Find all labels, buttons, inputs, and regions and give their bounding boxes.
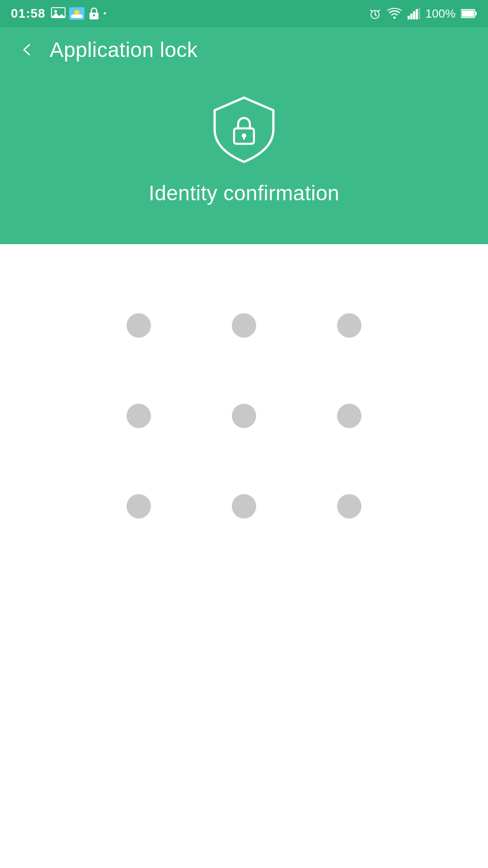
svg-rect-10 <box>408 16 410 19</box>
dot-wrapper-4 <box>86 371 191 461</box>
shield-container: Identity confirmation <box>149 72 339 244</box>
alarm-icon <box>369 7 381 20</box>
page-title: Application lock <box>50 38 198 62</box>
header: Application lock Identity confirmation <box>0 27 488 244</box>
status-time: 01:58 <box>11 6 46 21</box>
pattern-dot-3[interactable] <box>337 313 361 338</box>
dot-wrapper-9 <box>297 461 402 552</box>
svg-rect-17 <box>475 12 477 15</box>
dot-wrapper-3 <box>297 280 402 371</box>
svg-rect-11 <box>410 14 413 19</box>
svg-marker-2 <box>52 13 65 17</box>
pattern-dot-7[interactable] <box>127 494 151 519</box>
bottom-space <box>0 588 488 841</box>
svg-point-9 <box>393 17 395 19</box>
back-button[interactable] <box>14 36 41 63</box>
status-icons-left: • <box>51 7 106 20</box>
battery-icon <box>461 9 477 19</box>
pattern-dot-8[interactable] <box>232 494 256 519</box>
svg-rect-5 <box>71 14 83 18</box>
svg-rect-13 <box>416 9 418 19</box>
pattern-area <box>0 244 488 588</box>
status-left: 01:58 • <box>11 6 106 21</box>
pattern-grid <box>86 280 402 552</box>
dot-wrapper-7 <box>86 461 191 552</box>
nav-bar: Application lock <box>14 27 474 72</box>
battery-percentage: 100% <box>426 7 456 21</box>
pattern-dot-2[interactable] <box>232 313 256 338</box>
status-bar: 01:58 • <box>0 0 488 27</box>
shield-lock-icon <box>208 93 280 167</box>
dot-wrapper-1 <box>86 280 191 371</box>
gallery-icon <box>51 7 66 20</box>
weather-icon <box>69 7 84 20</box>
lock-icon <box>88 7 100 20</box>
svg-rect-16 <box>462 10 474 17</box>
signal-icon <box>408 8 420 19</box>
pattern-dot-5[interactable] <box>232 404 256 428</box>
dot-wrapper-6 <box>297 371 402 461</box>
pattern-dot-9[interactable] <box>337 494 361 519</box>
svg-rect-14 <box>418 8 420 19</box>
dot-indicator: • <box>103 9 106 19</box>
status-right: 100% <box>369 7 478 21</box>
dot-wrapper-8 <box>191 461 296 552</box>
dot-wrapper-5 <box>191 371 296 461</box>
pattern-dot-6[interactable] <box>337 404 361 428</box>
identity-confirmation-text: Identity confirmation <box>149 181 339 205</box>
svg-point-7 <box>93 14 95 17</box>
pattern-dot-1[interactable] <box>127 313 151 338</box>
svg-rect-20 <box>243 136 245 140</box>
pattern-dot-4[interactable] <box>127 404 151 428</box>
dot-wrapper-2 <box>191 280 296 371</box>
svg-point-1 <box>54 10 57 13</box>
wifi-icon <box>387 7 402 20</box>
svg-rect-12 <box>413 11 415 19</box>
back-arrow-icon <box>19 42 35 57</box>
